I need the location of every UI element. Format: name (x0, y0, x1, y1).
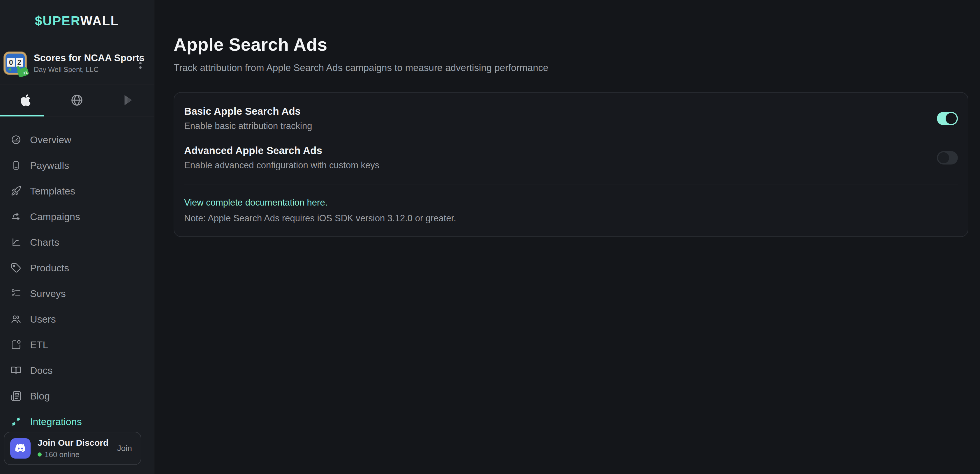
discord-icon (10, 438, 30, 458)
app-company: Day Well Spent, LLC (34, 65, 127, 74)
products-icon (11, 263, 21, 273)
toggle-knob (938, 152, 949, 163)
sidebar-item-templates[interactable]: Templates (0, 178, 154, 204)
logo-bar: $UPERWALL (0, 0, 154, 42)
superwall-logo[interactable]: $UPERWALL (35, 14, 119, 28)
logo-rest-text: WALL (80, 14, 119, 28)
documentation-link[interactable]: View complete documentation here. (184, 197, 328, 208)
etl-icon (11, 339, 21, 350)
sidebar-nav: Overview Paywalls Templates Campaigns Ch… (0, 127, 154, 474)
overview-icon (11, 135, 21, 145)
charts-icon (11, 237, 21, 247)
sidebar-item-label: Charts (30, 237, 59, 248)
discord-join-button[interactable]: Join (117, 444, 132, 453)
sidebar-item-label: Docs (30, 365, 52, 376)
setting-desc-basic: Enable basic attribution tracking (184, 121, 312, 131)
apple-icon (20, 94, 32, 107)
setting-row-basic: Basic Apple Search Ads Enable basic attr… (184, 105, 958, 131)
toggle-knob (946, 113, 957, 124)
app-selector[interactable]: 0 2 #1 Scores for NCAA Sports Day Well S… (0, 42, 154, 84)
setting-title-basic: Basic Apple Search Ads (184, 105, 312, 117)
sidebar-item-label: ETL (30, 339, 48, 350)
sidebar-item-campaigns[interactable]: Campaigns (0, 204, 154, 230)
sidebar-item-label: Overview (30, 134, 72, 146)
app-menu-button[interactable] (135, 52, 146, 75)
setting-desc-advanced: Enable advanced configuration with custo… (184, 160, 379, 171)
sidebar-item-label: Campaigns (30, 211, 80, 222)
apple-search-ads-card: Basic Apple Search Ads Enable basic attr… (173, 92, 968, 237)
sidebar: $UPERWALL 0 2 #1 Scores for NCAA Sports … (0, 0, 154, 474)
app-icon: 0 2 #1 (3, 52, 27, 75)
globe-icon (70, 94, 83, 106)
sidebar-item-overview[interactable]: Overview (0, 127, 154, 152)
active-tab-underline (0, 115, 44, 116)
sdk-version-note: Note: Apple Search Ads requires iOS SDK … (184, 213, 958, 224)
tab-web[interactable] (51, 84, 103, 116)
setting-row-advanced: Advanced Apple Search Ads Enable advance… (184, 145, 958, 171)
sidebar-item-surveys[interactable]: Surveys (0, 281, 154, 306)
online-count: 160 online (45, 450, 80, 459)
discord-card[interactable]: Join Our Discord 160 online Join (4, 432, 141, 465)
sidebar-item-label: Users (30, 314, 56, 325)
users-icon (11, 314, 21, 324)
tab-play-store[interactable] (103, 84, 154, 116)
paywalls-icon (11, 160, 21, 171)
sidebar-item-blog[interactable]: Blog (0, 383, 154, 409)
surveys-icon (11, 288, 21, 299)
platform-tabs (0, 84, 154, 116)
app-icon-digit-left: 0 (7, 58, 15, 67)
app-icon-triangle (8, 67, 11, 71)
sidebar-item-products[interactable]: Products (0, 255, 154, 281)
campaigns-icon (11, 211, 21, 222)
docs-icon (11, 365, 21, 376)
sidebar-item-etl[interactable]: ETL (0, 332, 154, 358)
setting-title-advanced: Advanced Apple Search Ads (184, 145, 379, 156)
discord-title: Join Our Discord (38, 438, 110, 448)
integrations-icon (11, 416, 21, 427)
sidebar-item-docs[interactable]: Docs (0, 358, 154, 383)
main-content: Apple Search Ads Track attribution from … (155, 0, 980, 474)
play-store-icon (123, 94, 134, 106)
app-name: Scores for NCAA Sports (34, 52, 127, 63)
page-subtitle: Track attribution from Apple Search Ads … (173, 62, 980, 73)
discord-status: 160 online (38, 450, 110, 459)
logo-accent-text: $UPER (35, 14, 80, 28)
page-title: Apple Search Ads (173, 34, 980, 55)
templates-icon (11, 186, 21, 196)
sidebar-item-paywalls[interactable]: Paywalls (0, 152, 154, 178)
app-icon-hand-badge: #1 (17, 67, 29, 78)
sidebar-item-label: Paywalls (30, 160, 69, 171)
sidebar-item-label: Products (30, 262, 69, 274)
app-icon-digit-right: 2 (16, 58, 23, 67)
sidebar-item-label: Blog (30, 390, 50, 402)
card-divider (184, 185, 958, 185)
advanced-asa-toggle[interactable] (937, 151, 958, 165)
sidebar-item-label: Surveys (30, 288, 66, 299)
online-dot (38, 452, 42, 457)
sidebar-item-users[interactable]: Users (0, 306, 154, 332)
sidebar-item-label: Templates (30, 185, 75, 197)
blog-icon (11, 391, 21, 401)
sidebar-item-label: Integrations (30, 416, 82, 427)
basic-asa-toggle[interactable] (937, 112, 958, 125)
sidebar-item-integrations[interactable]: Integrations (0, 409, 154, 434)
sidebar-item-charts[interactable]: Charts (0, 230, 154, 255)
tab-apple[interactable] (0, 84, 51, 116)
